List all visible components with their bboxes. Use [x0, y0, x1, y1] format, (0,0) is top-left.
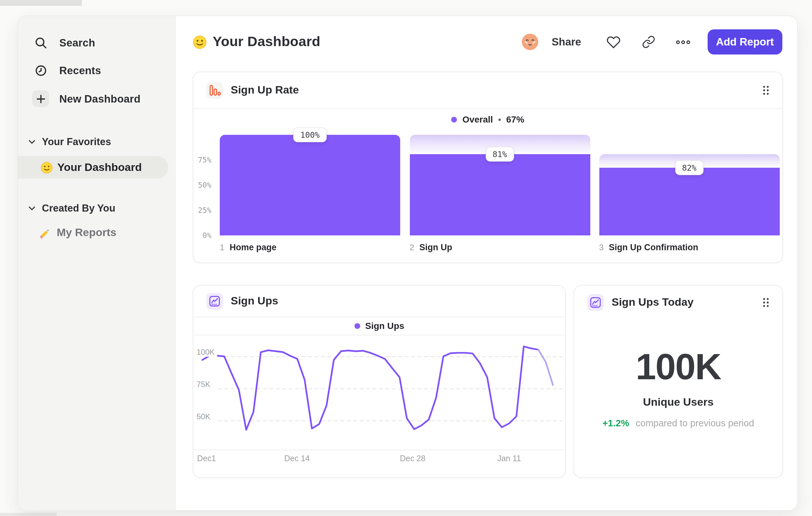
- funnel-y-tick: 0%: [195, 231, 211, 240]
- card-title: Sign Ups Today: [612, 296, 693, 309]
- conversion-badge: 81%: [485, 146, 514, 161]
- step-number: 3: [599, 243, 604, 252]
- line-x-tick: Dec 14: [284, 454, 310, 463]
- line-x-tick: Dec1: [197, 454, 216, 463]
- dashboard-app: Search Recents New Dashboard: [0, 0, 812, 516]
- sidebar-item-label: Recents: [59, 64, 101, 76]
- step-label: Sign Up Confirmation: [609, 243, 698, 252]
- step-number: 2: [410, 243, 414, 252]
- card-header: Sign Ups Today: [574, 286, 782, 319]
- avatar[interactable]: [521, 33, 539, 51]
- card-sign-up-rate: Sign Up Rate Overall • 67% 75%50%25%0%10…: [193, 72, 783, 263]
- funnel-y-tick: 25%: [195, 206, 211, 215]
- line-chart[interactable]: 100K75K50KDec1Dec 14Dec 28Jan 11: [193, 335, 565, 477]
- card-sign-ups-today: Sign Ups Today 100K Unique Users +1.2% c…: [574, 285, 783, 478]
- sidebar-item-label: My Reports: [57, 226, 116, 239]
- heart-icon[interactable]: [606, 35, 620, 48]
- sidebar-item-new-dashboard[interactable]: New Dashboard: [18, 84, 176, 113]
- line-y-tick: 50K: [197, 412, 213, 421]
- step-label: Home page: [229, 243, 277, 252]
- sidebar-item-my-reports[interactable]: My Reports: [18, 222, 176, 244]
- sidebar-item-label: New Dashboard: [59, 92, 141, 105]
- sidebar-item-label: Your Dashboard: [57, 161, 142, 174]
- card-sign-ups: Sign Ups Sign Ups 100K75K50KDec1Dec 14De…: [193, 285, 566, 478]
- sidebar-section-title: Created By You: [42, 202, 115, 214]
- share-button[interactable]: Share: [552, 36, 581, 48]
- stat-change-value: +1.2%: [603, 418, 629, 428]
- chevron-down-icon: [28, 139, 35, 144]
- funnel-y-tick: 50%: [195, 181, 211, 190]
- x-axis-line: [193, 449, 565, 450]
- search-icon: [32, 34, 49, 51]
- window-edge-strip: [0, 0, 82, 6]
- funnel-bar[interactable]: [220, 135, 400, 236]
- chevron-down-icon: [28, 206, 35, 211]
- plus-icon: [32, 90, 49, 107]
- legend-dot-icon: [354, 323, 360, 329]
- sidebar-item-search[interactable]: Search: [18, 28, 176, 57]
- step-number: 1: [220, 243, 224, 252]
- header-actions: Share Add Report: [521, 29, 782, 55]
- funnel-bar[interactable]: [410, 154, 590, 236]
- funnel-step-label: 3Sign Up Confirmation: [599, 243, 698, 252]
- main-container: Search Recents New Dashboard: [18, 16, 798, 511]
- funnel-chart[interactable]: 75%50%25%0%100%1Home page81%2Sign Up82%3…: [193, 72, 782, 263]
- sidebar-section-title: Your Favorites: [42, 136, 111, 148]
- link-icon[interactable]: [642, 35, 656, 49]
- drag-handle-icon[interactable]: [762, 297, 770, 308]
- sidebar-section-created-by-you[interactable]: Created By You: [18, 199, 176, 218]
- smiley-emoji: [193, 35, 207, 49]
- step-label: Sign Up: [419, 243, 452, 252]
- sidebar-item-label: Search: [59, 36, 95, 49]
- sidebar-item-your-dashboard-selected[interactable]: Your Dashboard: [18, 156, 168, 179]
- line-x-tick: Jan 11: [497, 454, 521, 463]
- stat-subtitle: Unique Users: [574, 396, 782, 409]
- sidebar-section-your-favorites[interactable]: Your Favorites: [18, 132, 176, 152]
- pencil-emoji: [39, 226, 52, 239]
- smiley-emoji: [40, 161, 53, 173]
- line-series[interactable]: [539, 350, 553, 385]
- clock-icon: [32, 62, 49, 79]
- card-header: Sign Ups: [193, 286, 565, 317]
- funnel-bar[interactable]: [599, 168, 779, 236]
- conversion-badge: 100%: [293, 127, 327, 142]
- line-x-tick: Dec 28: [400, 454, 425, 463]
- line-series[interactable]: [202, 346, 539, 430]
- add-report-button[interactable]: Add Report: [707, 29, 782, 55]
- line-chart-icon: [587, 294, 604, 311]
- line-y-tick: 75K: [197, 380, 213, 389]
- line-legend: Sign Ups: [193, 317, 565, 335]
- window-edge-strip-bottom: [0, 513, 57, 516]
- line-y-tick: 100K: [197, 348, 217, 357]
- funnel-step-label: 1Home page: [220, 243, 277, 252]
- stat-change-note: compared to previous period: [636, 418, 754, 428]
- funnel-y-tick: 75%: [195, 156, 211, 164]
- legend-label: Sign Ups: [365, 321, 404, 331]
- sidebar: Search Recents New Dashboard: [18, 16, 176, 510]
- line-chart-icon: [206, 293, 223, 309]
- page-title-text: Your Dashboard: [213, 34, 320, 50]
- conversion-badge: 82%: [675, 161, 703, 175]
- page-title: Your Dashboard: [193, 34, 320, 50]
- funnel-step-label: 2Sign Up: [410, 243, 452, 252]
- ellipsis-icon[interactable]: [676, 40, 690, 44]
- card-title: Sign Ups: [231, 295, 278, 308]
- stat-value: 100K: [574, 345, 782, 388]
- stat-change-row: +1.2% compared to previous period: [574, 418, 782, 428]
- sidebar-item-recents[interactable]: Recents: [18, 56, 176, 84]
